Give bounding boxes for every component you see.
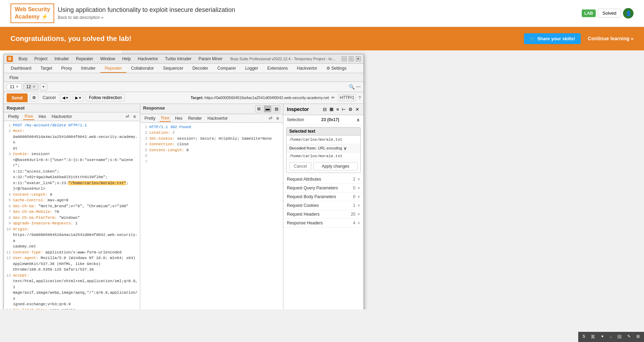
tab-comparer[interactable]: Comparer: [213, 64, 240, 73]
tab-hackvertor[interactable]: Hackvertor: [293, 64, 321, 73]
inspector-section-request-attributes[interactable]: Request Attributes 2 ∨: [283, 175, 363, 184]
menu-burp[interactable]: Burp: [17, 56, 29, 62]
cancel-inspector-button[interactable]: Cancel: [289, 162, 311, 170]
minimize-button[interactable]: —: [342, 56, 347, 61]
tab-sequencer[interactable]: Sequencer: [159, 64, 187, 73]
res-view-single-icon[interactable]: ▬: [264, 105, 271, 112]
continue-learning-link[interactable]: Continue learning »: [588, 36, 634, 41]
more-options-icon[interactable]: ⋯: [356, 84, 361, 89]
tab-target[interactable]: Target: [36, 64, 56, 73]
menu-hackvertor[interactable]: Hackvertor: [136, 56, 160, 62]
decoded-value: /home/carlos/morale.txt: [286, 152, 360, 160]
burp-window-title: Burp Suite Professional v2022.12.4 - Tem…: [224, 57, 342, 61]
req-format-icon[interactable]: ≡: [132, 113, 137, 120]
menu-repeater[interactable]: Repeater: [75, 56, 94, 62]
inspector-section-response-headers[interactable]: Response Headers 4 ∨: [283, 219, 363, 228]
selection-chevron-icon[interactable]: ∧: [356, 117, 360, 123]
menu-help[interactable]: Help: [121, 56, 132, 62]
section-chevron-icon[interactable]: ∨: [358, 203, 360, 207]
tab-repeater[interactable]: Repeater: [100, 64, 126, 73]
code-line: <@base64url>0:4:{"User":3:{s:8:"username…: [5, 157, 139, 169]
add-tab-button[interactable]: +: [40, 83, 47, 90]
tab-logger[interactable]: Logger: [241, 64, 262, 73]
req-tab-pretty[interactable]: Pretty: [7, 113, 20, 120]
inspector-align-icon[interactable]: ≡: [335, 106, 340, 113]
follow-redirection-button[interactable]: Follow redirection: [86, 94, 125, 102]
cancel-button[interactable]: Cancel: [41, 94, 58, 101]
tab-proxy[interactable]: Proxy: [57, 64, 76, 73]
inspector-sections: Request Attributes 2 ∨ Request Query Par…: [283, 175, 363, 228]
res-format-icon[interactable]: ≡: [275, 115, 280, 121]
share-button[interactable]: 🐦 Share your skills!: [524, 33, 581, 44]
menu-window[interactable]: Window: [99, 56, 116, 62]
tab-extensions[interactable]: Extensions: [263, 64, 292, 73]
tab-settings[interactable]: ⚙ Settings: [322, 64, 351, 73]
repeater-tab-12[interactable]: 12 ✕: [23, 83, 38, 90]
inspector-settings-icon[interactable]: ⚙: [348, 106, 353, 113]
section-label: Request Body Parameters: [287, 194, 336, 199]
res-tab-hackvertor[interactable]: Hackvertor: [206, 115, 229, 121]
inspector-view-1-icon[interactable]: ⊟: [322, 106, 327, 113]
section-count: 1: [353, 203, 355, 208]
req-tab-raw[interactable]: Raw: [23, 113, 34, 120]
close-tab-11-icon[interactable]: ✕: [16, 85, 19, 89]
inspector-section-request-headers[interactable]: Request Headers 20 ∨: [283, 210, 363, 219]
page-title: Using application functionality to explo…: [58, 6, 235, 14]
res-wrap-icon[interactable]: ⏎: [267, 115, 274, 121]
inspector-split-icon[interactable]: ⊢: [341, 106, 346, 113]
send-options-button[interactable]: ⚙: [30, 94, 38, 102]
menu-turbo-intruder[interactable]: Turbo Intruder: [164, 56, 193, 62]
res-tab-pretty[interactable]: Pretty: [143, 115, 157, 121]
help-icon[interactable]: ?: [359, 96, 361, 100]
maximize-button[interactable]: □: [349, 56, 354, 61]
selected-text-value: /home/carlos/morale.txt: [286, 135, 360, 144]
nav-forward-button[interactable]: ▶ ▾: [73, 94, 84, 102]
tab-decoder[interactable]: Decoder: [188, 64, 212, 73]
user-icon-button[interactable]: 👤: [623, 8, 634, 19]
req-tab-hex[interactable]: Hex: [37, 113, 47, 120]
solved-text: Solved: [602, 11, 616, 16]
apply-changes-button[interactable]: Apply changes: [313, 162, 358, 170]
res-view-alt-icon[interactable]: ▤: [273, 105, 280, 112]
res-view-split-icon[interactable]: ⊞: [255, 105, 262, 112]
send-button[interactable]: Send: [7, 93, 28, 102]
menu-param-miner[interactable]: Param Miner: [197, 56, 224, 62]
section-chevron-icon[interactable]: ∨: [358, 195, 360, 198]
res-tab-render[interactable]: Render: [187, 115, 203, 121]
res-tab-raw[interactable]: Raw: [160, 115, 171, 122]
decoded-chevron-icon[interactable]: ∨: [344, 146, 347, 151]
back-link[interactable]: Back to lab description »: [58, 15, 235, 20]
nav-back-button[interactable]: ◀ ▾: [60, 94, 71, 102]
inspector-section-request-query-parameters[interactable]: Request Query Parameters 0 ∨: [283, 184, 363, 193]
http-version-select[interactable]: HTTP/1: [338, 94, 356, 101]
section-label: Request Query Parameters: [287, 186, 338, 190]
inspector-close-icon[interactable]: ✕: [355, 106, 360, 113]
response-code-area[interactable]: 1 HTTP/1.1 302 Found 2 Location: / 3 Set…: [140, 123, 283, 309]
req-wrap-icon[interactable]: ⏎: [124, 113, 130, 120]
menu-project[interactable]: Project: [33, 56, 49, 62]
tab-dashboard[interactable]: Dashboard: [7, 64, 36, 73]
inspector-section-request-body-parameters[interactable]: Request Body Parameters 0 ∨: [283, 193, 363, 201]
section-chevron-icon[interactable]: ∨: [358, 186, 360, 190]
section-chevron-icon[interactable]: ∨: [358, 221, 360, 225]
res-tab-hex[interactable]: Hex: [174, 115, 184, 121]
search-icon[interactable]: 🔍: [349, 84, 355, 90]
close-tab-12-icon[interactable]: ✕: [33, 85, 35, 89]
inspector-section-request-cookies[interactable]: Request Cookies 1 ∨: [283, 201, 363, 210]
section-label: Response Headers: [287, 221, 323, 225]
req-tab-hackvertor[interactable]: Hackvertor: [50, 113, 73, 120]
inspector-view-2-icon[interactable]: ⊞: [329, 106, 334, 113]
decoded-from-select[interactable]: URL encoding: [318, 146, 342, 150]
request-code-area[interactable]: 1 POST /my-account/delete HTTP/1.1 2 Hos…: [4, 121, 140, 309]
repeater-tab-11[interactable]: 11 ✕: [7, 83, 22, 90]
menu-intruder[interactable]: Intruder: [53, 56, 70, 62]
top-header: Web Security Academy ⚡ Using application…: [0, 0, 644, 27]
section-chevron-icon[interactable]: ∨: [358, 177, 360, 181]
edit-target-icon[interactable]: ✏: [331, 95, 335, 100]
section-chevron-icon[interactable]: ∨: [358, 212, 360, 216]
tab-intruder[interactable]: Intruder: [77, 64, 100, 73]
code-line: 1 POST /my-account/delete HTTP/1.1: [5, 123, 139, 128]
close-button[interactable]: ✕: [356, 56, 361, 61]
tab-collaborator[interactable]: Collaborator: [127, 64, 158, 73]
flow-tab[interactable]: Flow: [7, 74, 21, 82]
